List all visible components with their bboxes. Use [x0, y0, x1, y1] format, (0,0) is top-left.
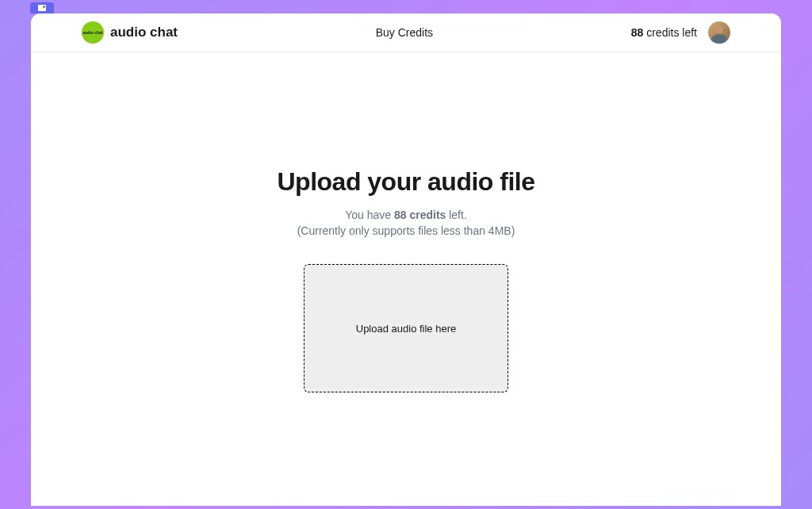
upload-zone-label: Upload audio file here [356, 323, 456, 335]
credits-label: credits left [643, 26, 697, 39]
main-content: Upload your audio file You have 88 credi… [31, 52, 781, 392]
buy-credits-link[interactable]: Buy Credits [376, 26, 433, 39]
brand-area[interactable]: audio chat audio chat [82, 21, 178, 44]
brand-name: audio chat [110, 25, 178, 40]
header-right: 88 credits left [631, 21, 730, 44]
header: audio chat audio chat Buy Credits 88 cre… [31, 13, 781, 52]
upload-zone[interactable]: Upload audio file here [304, 264, 508, 392]
credits-number: 88 [631, 26, 644, 39]
subtitle-suffix: left. [446, 209, 466, 221]
avatar[interactable] [708, 21, 730, 44]
page-title: Upload your audio file [277, 167, 534, 197]
subtitle: You have 88 credits left. (Currently onl… [297, 208, 515, 239]
subtitle-prefix: You have [345, 209, 394, 221]
subtitle-line2: (Currently only supports files less than… [297, 224, 515, 237]
browser-tab[interactable] [30, 2, 54, 13]
logo-text: audio chat [82, 30, 102, 35]
window-icon [38, 5, 46, 11]
app-window: audio chat audio chat Buy Credits 88 cre… [31, 13, 781, 506]
subtitle-credits: 88 credits [394, 209, 446, 221]
credits-display: 88 credits left [631, 26, 697, 39]
logo-icon: audio chat [82, 21, 104, 44]
